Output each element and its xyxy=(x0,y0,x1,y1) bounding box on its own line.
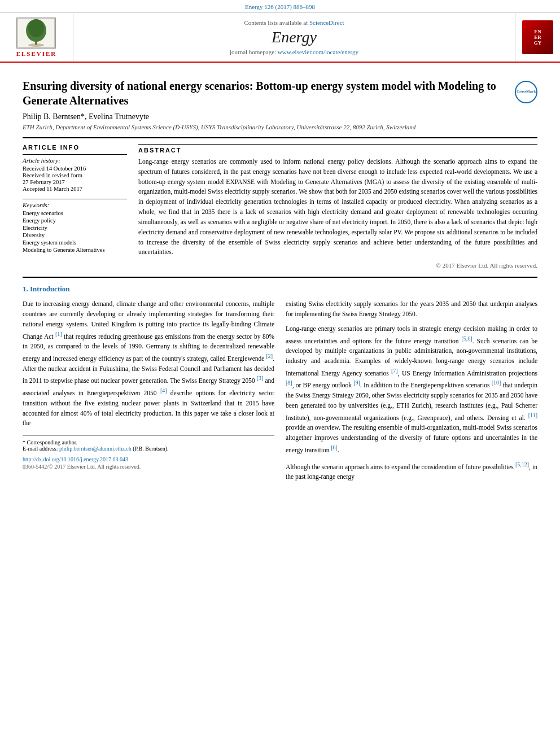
received-date: Received 14 October 2016 xyxy=(23,165,127,172)
intro-para-3: Although the scenario approach aims to e… xyxy=(286,460,537,482)
corresponding-author-note: * Corresponding author. xyxy=(23,439,274,445)
keyword-6: Modeling to Generate Alternatives xyxy=(23,247,127,253)
citation-text: Energy 126 (2017) 886–898 xyxy=(245,3,315,10)
keyword-2: Energy policy xyxy=(23,217,127,224)
abstract-divider xyxy=(23,277,537,278)
elsevier-logo: ELSEVIER xyxy=(16,18,57,57)
article-history: Article history: Received 14 October 201… xyxy=(23,154,127,192)
crossmark-badge: CrossMark xyxy=(515,81,537,103)
homepage-link[interactable]: www.elsevier.com/locate/energy xyxy=(278,49,358,55)
sciencedirect-link[interactable]: ScienceDirect xyxy=(309,19,344,26)
ref-5-12: [5,12] xyxy=(515,461,529,468)
email-label: E-mail address: xyxy=(23,445,58,452)
intro-para-1-cont: existing Swiss electricity supply scenar… xyxy=(286,299,537,320)
info-abstract-cols: ARTICLE INFO Article history: Received 1… xyxy=(23,144,537,269)
revised-label: Received in revised form xyxy=(23,172,127,178)
elsevier-tree-icon xyxy=(16,18,56,49)
ref-5-6: [5,6] xyxy=(461,335,472,342)
elsevier-logo-area: ELSEVIER xyxy=(0,13,73,62)
journal-header: ELSEVIER Contents lists available at Sci… xyxy=(0,13,560,63)
energy-journal-icon: ENERGY xyxy=(522,20,553,54)
affiliation-text: ETH Zurich, Department of Environmental … xyxy=(23,124,537,130)
article-info-heading: ARTICLE INFO xyxy=(23,144,127,151)
intro-para-2: Long-range energy scenarios are primary … xyxy=(286,324,537,456)
footnote-section: * Corresponding author. E-mail address: … xyxy=(23,435,274,452)
author-email[interactable]: philip.berntsen@alumni.ethz.ch xyxy=(59,445,132,452)
history-label: Article history: xyxy=(23,157,127,164)
contents-label: Contents lists available at xyxy=(244,19,308,26)
journal-name: Energy xyxy=(272,28,317,46)
page: Energy 126 (2017) 886–898 xyxy=(0,0,560,747)
journal-homepage: journal homepage: www.elsevier.com/locat… xyxy=(230,49,358,55)
keyword-1: Energy scenarios xyxy=(23,210,127,216)
keyword-4: Diversity xyxy=(23,232,127,238)
body-left-col: Due to increasing energy demand, climate… xyxy=(23,299,274,487)
ref-4: [4] xyxy=(160,387,167,394)
ref-8: [8] xyxy=(286,379,292,386)
doi-link[interactable]: http://dx.doi.org/10.1016/j.energy.2017.… xyxy=(23,456,274,462)
authors-line: Philip B. Berntsen*, Evelina Trutnevyte xyxy=(23,112,537,121)
article-title-section: Ensuring diversity of national energy sc… xyxy=(23,78,537,108)
ref-9: [9] xyxy=(353,379,360,386)
ref-11: [11] xyxy=(528,412,537,418)
homepage-label: journal homepage: xyxy=(230,49,276,55)
crossmark-label: CrossMark xyxy=(517,90,536,94)
energy-icon-area: ENERGY xyxy=(515,13,560,62)
abstract-heading: ABSTRACT xyxy=(138,147,537,154)
sciencedirect-label: Contents lists available at ScienceDirec… xyxy=(244,19,344,26)
copyright-line: © 2017 Elsevier Ltd. All rights reserved… xyxy=(138,262,537,269)
abstract-text: Long-range energy scenarios are commonly… xyxy=(138,157,537,257)
intro-para-1: Due to increasing energy demand, climate… xyxy=(23,299,274,429)
body-content: Due to increasing energy demand, climate… xyxy=(23,299,537,487)
article-info-col: ARTICLE INFO Article history: Received 1… xyxy=(23,144,127,269)
article-title: Ensuring diversity of national energy sc… xyxy=(23,78,504,108)
email-note: E-mail address: philip.berntsen@alumni.e… xyxy=(23,445,274,452)
elsevier-brand-text: ELSEVIER xyxy=(16,50,57,57)
keywords-label: Keywords: xyxy=(23,202,127,208)
keywords-section: Keywords: Energy scenarios Energy policy… xyxy=(23,199,127,253)
issn-text: 0360-5442/© 2017 Elsevier Ltd. All right… xyxy=(23,464,274,470)
ref-10: [10] xyxy=(492,379,501,386)
revised-date: 27 February 2017 xyxy=(23,179,127,185)
ref-3: [3] xyxy=(257,375,264,381)
ref-1: [1] xyxy=(55,331,62,337)
keyword-3: Electricity xyxy=(23,225,127,231)
abstract-section: ABSTRACT Long-range energy scenarios are… xyxy=(138,144,537,269)
svg-point-2 xyxy=(28,43,44,47)
ref-7: [7] xyxy=(391,368,398,374)
email-suffix: (P.B. Berntsen). xyxy=(133,445,168,452)
svg-point-4 xyxy=(28,19,44,37)
intro-heading: 1. Introduction xyxy=(23,285,537,294)
title-divider xyxy=(23,137,537,138)
body-right-col: existing Swiss electricity supply scenar… xyxy=(286,299,537,487)
citation-bar: Energy 126 (2017) 886–898 xyxy=(0,0,560,13)
journal-info-center: Contents lists available at ScienceDirec… xyxy=(73,13,515,62)
authors-text: Philip B. Berntsen*, Evelina Trutnevyte xyxy=(23,112,149,121)
keyword-5: Energy system models xyxy=(23,239,127,246)
energy-icon-text: ENERGY xyxy=(534,29,542,46)
accepted-date: Accepted 11 March 2017 xyxy=(23,186,127,192)
ref-2: [2] xyxy=(266,353,273,359)
main-content: Ensuring diversity of national energy sc… xyxy=(0,63,560,747)
ref-6b: [6] xyxy=(331,444,338,451)
abstract-col: ABSTRACT Long-range energy scenarios are… xyxy=(138,144,537,269)
doi-section: http://dx.doi.org/10.1016/j.energy.2017.… xyxy=(23,456,274,470)
star-label: * Corresponding author. xyxy=(23,439,77,445)
